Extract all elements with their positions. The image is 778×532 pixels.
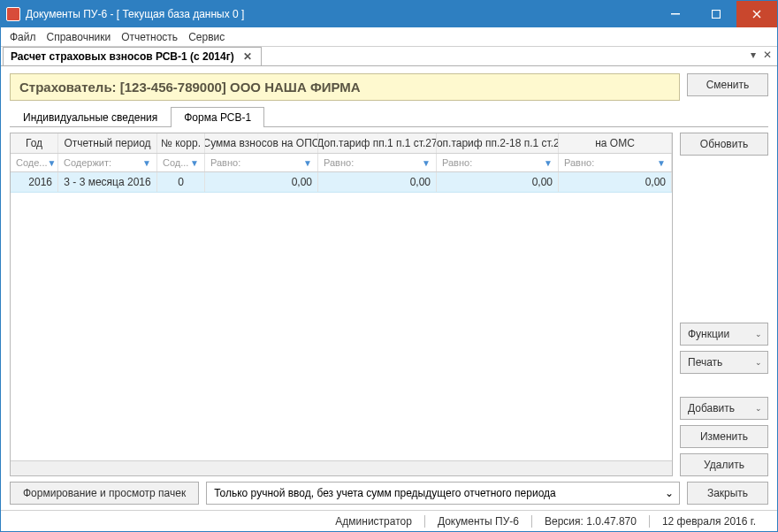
input-mode-value: Только ручной ввод, без учета сумм преды… xyxy=(214,487,556,499)
table-row[interactable]: 2016 3 - 3 месяца 2016 0 0,00 0,00 0,00 … xyxy=(11,172,672,193)
filter-icon: ▼ xyxy=(48,158,57,168)
minimize-button[interactable] xyxy=(655,1,696,27)
document-tab-close-all-icon[interactable]: ✕ xyxy=(763,49,772,61)
chevron-down-icon: ⌄ xyxy=(755,330,762,338)
close-panel-button[interactable]: Закрыть xyxy=(687,482,768,505)
filter-icon: ▼ xyxy=(657,158,666,168)
content-area: Страхователь: [123-456-789000] ООО НАША … xyxy=(1,66,777,510)
filter-icon: ▼ xyxy=(142,158,151,168)
menu-service[interactable]: Сервис xyxy=(183,29,230,45)
filter-korr[interactable]: Сод...▼ xyxy=(157,154,205,171)
menubar: Файл Справочники Отчетность Сервис xyxy=(1,27,777,47)
filter-icon: ▼ xyxy=(422,158,431,168)
cell-oms: 0,00 xyxy=(559,172,672,192)
maximize-button[interactable] xyxy=(696,1,736,27)
document-tab-menu-icon[interactable]: ▾ xyxy=(751,49,756,61)
status-user: Администратор xyxy=(323,515,424,528)
grid-body[interactable]: 2016 3 - 3 месяца 2016 0 0,00 0,00 0,00 … xyxy=(11,172,672,460)
refresh-button[interactable]: Обновить xyxy=(680,133,768,156)
sub-tabs: Индивидуальные сведения Форма РСВ-1 xyxy=(10,106,768,127)
tab-individual[interactable]: Индивидуальные сведения xyxy=(10,107,171,127)
status-version: Версия: 1.0.47.870 xyxy=(531,515,649,528)
filter-dop1[interactable]: Равно:▼ xyxy=(318,154,437,171)
menu-refs[interactable]: Справочники xyxy=(42,29,117,45)
delete-button[interactable]: Удалить xyxy=(680,453,768,476)
input-mode-select[interactable]: Только ручной ввод, без учета сумм преды… xyxy=(206,482,680,505)
cell-year: 2016 xyxy=(11,172,58,192)
grid-header-row: Год Отчетный период № корр. Сумма взносо… xyxy=(11,133,672,154)
close-button[interactable] xyxy=(736,1,777,27)
document-tab-close-icon[interactable]: ✕ xyxy=(241,50,254,63)
menu-file[interactable]: Файл xyxy=(4,29,42,45)
filter-period[interactable]: Содержит:▼ xyxy=(58,154,157,171)
col-period[interactable]: Отчетный период xyxy=(58,133,157,153)
col-dop1[interactable]: Доп.тариф пп.1 п.1 ст.27 xyxy=(318,133,437,153)
main-row: Год Отчетный период № корр. Сумма взносо… xyxy=(10,133,768,476)
chevron-down-icon: ⌄ xyxy=(755,404,762,413)
filter-ops[interactable]: Равно:▼ xyxy=(205,154,318,171)
col-year[interactable]: Год xyxy=(11,133,58,153)
titlebar[interactable]: Документы ПУ-6 - [ Текущая база данных 0… xyxy=(1,1,777,27)
print-button[interactable]: Печать⌄ xyxy=(680,351,768,374)
data-grid: Год Отчетный период № корр. Сумма взносо… xyxy=(10,133,673,476)
col-oms[interactable]: на ОМС xyxy=(559,133,672,153)
chevron-down-icon: ⌄ xyxy=(665,487,674,499)
side-buttons: Обновить Функции⌄ Печать⌄ Добавить⌄ Изме… xyxy=(680,133,768,476)
add-button[interactable]: Добавить⌄ xyxy=(680,397,768,420)
document-tab[interactable]: Расчет страховых взносов РСВ-1 (с 2014г)… xyxy=(3,47,262,65)
col-ops[interactable]: Сумма взносов на ОПС xyxy=(205,133,318,153)
document-tab-title: Расчет страховых взносов РСВ-1 (с 2014г) xyxy=(11,50,234,63)
status-date: 12 февраля 2016 г. xyxy=(649,515,768,528)
functions-button[interactable]: Функции⌄ xyxy=(680,323,768,346)
form-preview-button[interactable]: Формирование и просмотр пачек xyxy=(10,482,199,505)
cell-korr: 0 xyxy=(157,172,205,192)
filter-oms[interactable]: Равно:▼ xyxy=(559,154,672,171)
window-title: Документы ПУ-6 - [ Текущая база данных 0… xyxy=(26,8,655,20)
cell-period: 3 - 3 месяца 2016 xyxy=(58,172,157,192)
col-dop2[interactable]: Доп.тариф пп.2-18 п.1 ст.27 xyxy=(437,133,559,153)
statusbar: Администратор Документы ПУ-6 Версия: 1.0… xyxy=(1,510,777,531)
insurer-label: Страхователь: [123-456-789000] ООО НАША … xyxy=(10,73,680,101)
filter-year[interactable]: Соде...▼ xyxy=(11,154,58,171)
cell-dop1: 0,00 xyxy=(318,172,437,192)
svg-rect-0 xyxy=(671,13,680,15)
col-korr[interactable]: № корр. xyxy=(157,133,205,153)
chevron-down-icon: ⌄ xyxy=(755,358,762,367)
filter-dop2[interactable]: Равно:▼ xyxy=(437,154,559,171)
menu-reports[interactable]: Отчетность xyxy=(116,29,183,45)
filter-icon: ▼ xyxy=(303,158,312,168)
bottom-row: Формирование и просмотр пачек Только руч… xyxy=(10,482,768,505)
grid-filter-row: Соде...▼ Содержит:▼ Сод...▼ Равно:▼ Равн… xyxy=(11,154,672,172)
svg-rect-1 xyxy=(713,11,721,19)
app-window: Документы ПУ-6 - [ Текущая база данных 0… xyxy=(0,0,778,532)
cell-ops: 0,00 xyxy=(205,172,318,192)
document-tabbar: Расчет страховых взносов РСВ-1 (с 2014г)… xyxy=(1,47,777,66)
horizontal-scrollbar[interactable] xyxy=(11,460,672,475)
tab-form-rsv1[interactable]: Форма РСВ-1 xyxy=(171,107,264,127)
window-controls xyxy=(655,1,777,27)
edit-button[interactable]: Изменить xyxy=(680,425,768,448)
change-button[interactable]: Сменить xyxy=(687,73,768,96)
filter-icon: ▼ xyxy=(190,158,199,168)
status-product: Документы ПУ-6 xyxy=(424,515,531,528)
filter-icon: ▼ xyxy=(544,158,553,168)
app-icon xyxy=(6,7,20,21)
insurer-row: Страхователь: [123-456-789000] ООО НАША … xyxy=(10,73,768,101)
cell-dop2: 0,00 xyxy=(437,172,559,192)
